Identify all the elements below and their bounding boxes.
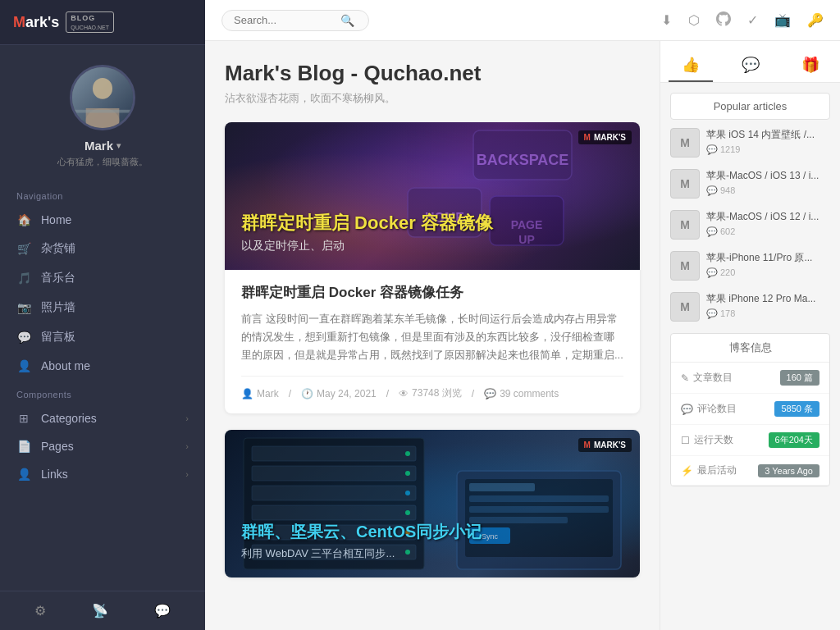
nav-links[interactable]: 👤 Links ›	[0, 460, 205, 488]
svg-text:UP: UP	[518, 233, 534, 246]
info-label-articles: ✎ 文章数目	[681, 371, 733, 385]
svg-rect-16	[252, 505, 416, 520]
popular-label: Popular articles	[670, 93, 830, 120]
profile-name[interactable]: Mark ▾	[84, 139, 121, 153]
article-image-title-2: 群晖、坚果云、CentOS同步小记	[241, 521, 482, 543]
article-title-1[interactable]: 群晖定时重启 Docker 容器镜像任务	[241, 283, 623, 302]
twitch-icon[interactable]: 📺	[774, 12, 791, 28]
avatar-silhouette	[72, 67, 133, 128]
links-icon: 👤	[16, 468, 31, 481]
message-icon[interactable]: 💬	[154, 603, 171, 619]
svg-rect-28	[469, 495, 609, 502]
comment-bubble-icon-3: 💬	[706, 226, 718, 237]
comments-label: 评论数目	[697, 402, 737, 416]
rss-icon[interactable]: 📡	[92, 603, 108, 619]
search-input[interactable]	[234, 14, 340, 26]
nav-photos-label: 照片墙	[41, 300, 75, 315]
svg-point-1	[93, 78, 112, 99]
comment-count-5: 178	[720, 308, 735, 318]
popular-item-4[interactable]: M 苹果-iPhone 11/Pro 原... 💬 220	[670, 251, 830, 281]
article-bg-2: Sync M MARK'S 群晖、坚果云、CentOS同步小记 利用 WebDA…	[225, 430, 640, 578]
article-date: May 24, 2021	[317, 388, 377, 399]
avatar-image	[72, 67, 133, 128]
nav-store[interactable]: 🛒 杂货铺	[0, 234, 205, 263]
nav-photos[interactable]: 📷 照片墙	[0, 293, 205, 322]
svg-rect-15	[252, 486, 416, 500]
popular-comments-4: 💬 220	[706, 267, 830, 278]
nav-pages-label: Pages	[41, 440, 74, 453]
download-icon[interactable]: ⬇	[661, 12, 672, 28]
nav-about-label: About me	[41, 359, 90, 372]
days-badge: 6年204天	[769, 432, 819, 448]
meta-divider-1: /	[289, 388, 291, 399]
comment-count-3: 602	[720, 226, 735, 236]
article-card-1[interactable]: BACKSPACE HOME PAGE UP M MARK'S 群晖	[225, 122, 640, 413]
info-row-comments: 💬 评论数目 5850 条	[671, 394, 829, 425]
article-body-1: 群晖定时重启 Docker 容器镜像任务 前言 这段时间一直在群晖跑着某东羊毛镜…	[225, 270, 640, 413]
svg-rect-27	[469, 483, 535, 491]
article-views: 73748 浏览	[412, 386, 462, 400]
nav-links-label: Links	[41, 468, 68, 481]
tab-thumbsup[interactable]: 👍	[669, 49, 713, 82]
article-comments: 39 comments	[500, 388, 559, 399]
comment-count-1: 1219	[720, 144, 740, 154]
components-section-label: Components	[0, 380, 205, 404]
author-icon: 👤	[241, 388, 253, 399]
popular-info-2: 苹果-MacOS / iOS 13 / i... 💬 948	[706, 169, 830, 196]
days-label: 运行天数	[694, 433, 733, 447]
search-wrapper[interactable]: 🔍	[221, 10, 369, 31]
svg-rect-13	[252, 446, 416, 461]
svg-text:BACKSPACE: BACKSPACE	[477, 152, 569, 168]
eye-icon: 👁	[399, 388, 409, 399]
avatar[interactable]	[70, 65, 135, 130]
svg-point-20	[405, 471, 410, 476]
sidebar-bottom: ⚙ 📡 💬	[0, 591, 205, 630]
comments-icon: 💬	[484, 388, 496, 399]
popular-item-3[interactable]: M 苹果-MacOS / iOS 12 / i... 💬 602	[670, 210, 830, 240]
check-icon[interactable]: ✓	[747, 12, 758, 28]
nav-music[interactable]: 🎵 音乐台	[0, 263, 205, 293]
article-title-overlay-2: 群晖、坚果云、CentOS同步小记 利用 WebDAV 三平台相互同步...	[241, 521, 482, 561]
nav-pages[interactable]: 📄 Pages ›	[0, 432, 205, 460]
github-icon[interactable]	[716, 11, 731, 30]
blog-info-title: 博客信息	[671, 334, 829, 363]
tab-comment[interactable]: 💬	[728, 49, 773, 82]
popular-item-2[interactable]: M 苹果-MacOS / iOS 13 / i... 💬 948	[670, 169, 830, 199]
camera-icon: 📷	[16, 301, 31, 314]
logo-blog-line2: QUCHAO.NET	[71, 24, 109, 32]
article-card-2[interactable]: Sync M MARK'S 群晖、坚果云、CentOS同步小记 利用 WebDA…	[225, 430, 640, 578]
popular-comments-3: 💬 602	[706, 226, 830, 237]
comment-count-4: 220	[720, 267, 735, 277]
settings-icon[interactable]: ⚙	[34, 603, 46, 619]
tab-gift[interactable]: 🎁	[788, 49, 833, 82]
article-meta-1: 👤 Mark / 🕐 May 24, 2021 / 👁 73748 浏览	[241, 376, 623, 400]
article-badge-1: M MARK'S	[578, 130, 632, 144]
info-label-activity: ⚡ 最后活动	[681, 463, 737, 477]
svg-point-21	[405, 491, 410, 495]
nav-home[interactable]: 🏠 Home	[0, 206, 205, 234]
popular-title-3: 苹果-MacOS / iOS 12 / i...	[706, 210, 830, 224]
comment-bubble-icon-4: 💬	[706, 267, 718, 278]
nav-about[interactable]: 👤 About me	[0, 352, 205, 380]
article-badge-2: M MARK'S	[578, 438, 632, 452]
popular-comments-1: 💬 1219	[706, 144, 830, 155]
profile-name-text: Mark	[84, 139, 113, 153]
comment-count-2: 948	[720, 185, 735, 195]
badge-m-2: M	[584, 441, 591, 450]
search-icon[interactable]: 🔍	[340, 14, 354, 27]
popular-item-1[interactable]: M 苹果 iOS 14 内置壁纸 /... 💬 1219	[670, 128, 830, 158]
meta-comments: 💬 39 comments	[484, 388, 559, 399]
nav-guestbook[interactable]: 💬 留言板	[0, 322, 205, 352]
hexagon-icon[interactable]: ⬡	[688, 12, 700, 28]
popular-item-5[interactable]: M 苹果 iPhone 12 Pro Ma... 💬 178	[670, 292, 830, 322]
popular-title-5: 苹果 iPhone 12 Pro Ma...	[706, 292, 830, 306]
calendar-icon: ☐	[681, 435, 690, 446]
svg-point-22	[405, 510, 410, 515]
svg-rect-4	[72, 110, 133, 113]
right-section: Popular articles M 苹果 iOS 14 内置壁纸 /... 💬…	[660, 83, 840, 496]
key-icon[interactable]: 🔑	[807, 12, 824, 28]
nav-categories[interactable]: ⊞ Categories ›	[0, 404, 205, 432]
logo-badge: BLOG QUCHAO.NET	[66, 11, 114, 33]
article-image-title-1: 群晖定时重启 Docker 容器镜像	[241, 211, 493, 235]
blog-title: Mark's Blog - Quchao.net	[225, 61, 640, 86]
